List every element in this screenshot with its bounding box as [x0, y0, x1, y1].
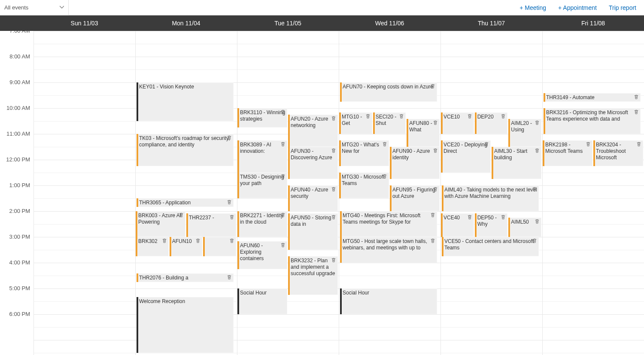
trash-icon[interactable] — [433, 120, 438, 125]
delete-event-button[interactable] — [634, 109, 639, 115]
calendar-event[interactable]: BRK3089 - AI innovation: — [237, 140, 287, 173]
trash-icon[interactable] — [532, 238, 537, 243]
delete-event-button[interactable] — [365, 114, 371, 119]
calendar-event[interactable]: Social Hour — [237, 288, 287, 314]
calendar-event[interactable]: THR3065 - Application — [137, 198, 234, 207]
delete-event-button[interactable] — [195, 238, 200, 243]
trash-icon[interactable] — [280, 212, 286, 218]
delete-event-button[interactable] — [484, 142, 489, 147]
calendar-event[interactable]: Social Hour — [340, 288, 437, 314]
trash-icon[interactable] — [501, 114, 506, 119]
calendar-event[interactable]: AIML30 - Start building — [492, 147, 541, 179]
calendar-event[interactable]: THR3149 - Automate — [544, 93, 641, 102]
delete-event-button[interactable] — [227, 200, 232, 205]
calendar-event[interactable]: AFUN40 - Azure security — [288, 185, 338, 211]
trash-icon[interactable] — [382, 174, 387, 179]
calendar-event[interactable]: DEP50 - Why — [475, 213, 508, 237]
calendar-event[interactable]: AFUN95 - Figuring out Azure — [390, 185, 440, 211]
calendar-event[interactable] — [203, 237, 236, 256]
calendar-event[interactable]: AFUN20 - Azure networking — [288, 115, 338, 147]
trash-icon[interactable] — [331, 148, 336, 153]
delete-event-button[interactable] — [532, 238, 537, 243]
delete-event-button[interactable] — [634, 94, 639, 100]
trash-icon[interactable] — [535, 219, 540, 224]
delete-event-button[interactable] — [399, 114, 404, 119]
calendar-event[interactable]: VCE10 — [441, 112, 474, 134]
trash-icon[interactable] — [535, 120, 540, 125]
calendar-event[interactable]: KEY01 - Vision Keynote — [137, 82, 234, 121]
trash-icon[interactable] — [467, 114, 472, 119]
calendar-event[interactable]: BRK3204 - Troubleshoot Microsoft — [593, 140, 643, 166]
trash-icon[interactable] — [179, 212, 184, 218]
trash-icon[interactable] — [433, 148, 438, 153]
trash-icon[interactable] — [467, 215, 472, 220]
calendar-event[interactable]: MTG10 - Get — [339, 112, 372, 134]
delete-event-button[interactable] — [179, 212, 184, 218]
delete-event-button[interactable] — [280, 174, 286, 179]
trash-icon[interactable] — [331, 258, 336, 263]
trash-icon[interactable] — [430, 212, 435, 218]
calendar-event[interactable]: BRK2271 - Identity in the cloud — [237, 211, 287, 237]
trash-icon[interactable] — [162, 238, 167, 243]
delete-event-button[interactable] — [532, 187, 537, 192]
day-column-wed[interactable]: AFUN70 - Keeping costs down in AzureMTG1… — [339, 31, 440, 355]
delete-event-button[interactable] — [162, 238, 167, 243]
trash-icon[interactable] — [586, 142, 591, 147]
day-column-mon[interactable]: KEY01 - Vision KeynoteTK03 - Microsoft's… — [135, 31, 237, 355]
calendar-event[interactable]: AIML20 - Using — [508, 119, 541, 147]
delete-event-button[interactable] — [227, 275, 232, 280]
trash-icon[interactable] — [634, 94, 639, 100]
day-column-tue[interactable]: BRK3110 - Winning strategiesAFUN20 - Azu… — [237, 31, 339, 355]
trash-icon[interactable] — [280, 142, 286, 147]
calendar-event[interactable]: BRK2198 - Microsoft Teams — [543, 140, 592, 166]
delete-event-button[interactable] — [382, 174, 387, 179]
calendar-event[interactable]: AIML40 - Taking models to the next level… — [442, 185, 539, 211]
trash-icon[interactable] — [331, 215, 336, 220]
delete-event-button[interactable] — [229, 215, 234, 220]
trash-icon[interactable] — [535, 148, 540, 153]
calendar-event[interactable]: MTG20 - What's New for — [339, 140, 389, 166]
trash-icon[interactable] — [430, 238, 435, 243]
trash-icon[interactable] — [280, 109, 286, 115]
day-column-fri[interactable]: THR3149 - AutomateBRK3216 - Optimizing t… — [542, 31, 644, 355]
trash-icon[interactable] — [501, 215, 506, 220]
delete-event-button[interactable] — [467, 114, 472, 119]
calendar-event[interactable]: MTG40 - Meetings First: Microsoft Teams … — [340, 211, 437, 237]
calendar-event[interactable]: Welcome Reception — [137, 297, 234, 353]
calendar-event[interactable]: AFUN70 - Keeping costs down in Azure — [340, 82, 437, 102]
trash-icon[interactable] — [331, 116, 336, 121]
calendar-event[interactable]: SECI20 - Shut — [373, 112, 406, 134]
delete-event-button[interactable] — [433, 187, 438, 192]
calendar-event[interactable]: BRK302 — [136, 237, 169, 256]
calendar-event[interactable]: VCE20 - Deploying Direct — [441, 140, 491, 173]
delete-event-button[interactable] — [229, 238, 234, 243]
calendar-event[interactable]: BRK3110 - Winning strategies — [237, 108, 287, 127]
trash-icon[interactable] — [532, 187, 537, 192]
delete-event-button[interactable] — [501, 215, 506, 220]
trip-report-button[interactable]: Trip report — [609, 4, 636, 11]
delete-event-button[interactable] — [280, 109, 286, 115]
delete-event-button[interactable] — [636, 142, 641, 147]
delete-event-button[interactable] — [535, 120, 540, 125]
calendar-event[interactable]: AFUN80 - What — [407, 119, 440, 147]
delete-event-button[interactable] — [331, 258, 336, 263]
trash-icon[interactable] — [399, 114, 404, 119]
calendar-event[interactable]: AIML50 — [508, 218, 541, 237]
new-appointment-button[interactable]: + Appointment — [558, 4, 597, 11]
trash-icon[interactable] — [331, 187, 336, 192]
trash-icon[interactable] — [280, 243, 286, 248]
day-column-thu[interactable]: VCE10DEP20AIML20 - UsingVCE20 - Deployin… — [440, 31, 542, 355]
delete-event-button[interactable] — [382, 142, 387, 147]
trash-icon[interactable] — [195, 238, 200, 243]
trash-icon[interactable] — [433, 187, 438, 192]
delete-event-button[interactable] — [331, 116, 336, 121]
new-meeting-button[interactable]: + Meeting — [519, 4, 546, 11]
calendar-event[interactable]: BRK003 - Azure AI: Powering — [136, 211, 185, 237]
trash-icon[interactable] — [280, 174, 286, 179]
delete-event-button[interactable] — [430, 84, 435, 89]
delete-event-button[interactable] — [467, 215, 472, 220]
calendar-event[interactable]: TMS30 - Designing your path — [237, 173, 287, 198]
delete-event-button[interactable] — [280, 142, 286, 147]
delete-event-button[interactable] — [331, 148, 336, 153]
delete-event-button[interactable] — [430, 212, 435, 218]
